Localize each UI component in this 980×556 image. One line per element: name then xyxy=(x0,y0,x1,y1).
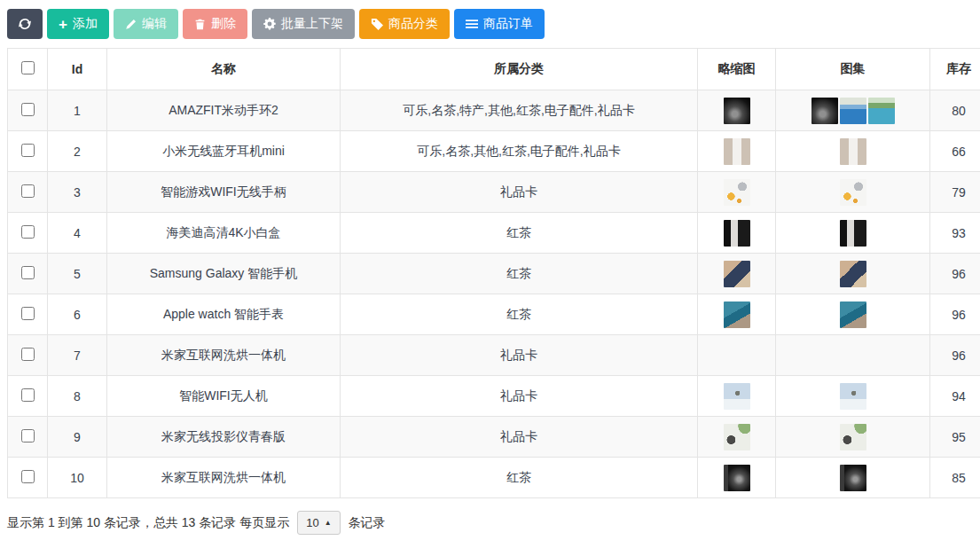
product-image-thumbnail[interactable] xyxy=(840,138,866,165)
product-image-thumbnail[interactable] xyxy=(840,424,866,450)
product-image-thumbnail[interactable] xyxy=(724,261,750,287)
product-category-button[interactable]: 商品分类 xyxy=(359,9,450,39)
thumbnail-cell xyxy=(698,417,776,458)
edit-button-label: 编辑 xyxy=(142,16,167,32)
product-image-thumbnail[interactable] xyxy=(724,138,750,165)
row-select-cell xyxy=(8,294,48,335)
gallery-cell xyxy=(776,90,930,131)
name-cell: 海美迪高清4K小白盒 xyxy=(107,213,341,254)
toolbar: + 添加 编辑 删除 批量上下架 商品分类 xyxy=(7,9,973,39)
stock-cell: 80 xyxy=(930,90,980,131)
id-cell: 8 xyxy=(48,376,107,417)
table-row: 3智能游戏WIFI无线手柄礼品卡79 xyxy=(8,172,980,213)
add-button[interactable]: + 添加 xyxy=(47,9,109,39)
row-checkbox[interactable] xyxy=(21,184,35,198)
name-cell: 小米无线蓝牙耳机mini xyxy=(107,131,341,172)
id-cell: 7 xyxy=(48,335,107,376)
category-cell: 礼品卡 xyxy=(341,376,698,417)
page-size-select[interactable]: 10 ▲ xyxy=(297,511,340,535)
category-cell: 红茶 xyxy=(341,458,698,498)
gallery-cell xyxy=(776,254,930,294)
id-cell: 5 xyxy=(48,254,107,294)
name-cell: AMAZFIT米动手环2 xyxy=(107,90,341,131)
category-cell: 礼品卡 xyxy=(341,417,698,458)
name-cell: Apple watch 智能手表 xyxy=(107,294,341,335)
category-cell: 礼品卡 xyxy=(341,172,698,213)
product-image-thumbnail[interactable] xyxy=(724,301,750,328)
category-cell: 红茶 xyxy=(341,213,698,254)
tag-icon xyxy=(371,18,383,30)
row-checkbox[interactable] xyxy=(21,388,35,402)
product-image-thumbnail[interactable] xyxy=(840,383,866,410)
row-checkbox[interactable] xyxy=(21,470,35,483)
product-image-thumbnail[interactable] xyxy=(724,424,750,450)
category-cell: 红茶 xyxy=(341,294,698,335)
delete-button[interactable]: 删除 xyxy=(183,9,247,39)
id-cell: 6 xyxy=(48,294,107,335)
category-cell: 可乐,名茶,特产,其他,红茶,电子配件,礼品卡 xyxy=(341,90,698,131)
table-header-row: Id 名称 所属分类 略缩图 图集 库存 xyxy=(8,49,980,90)
row-checkbox[interactable] xyxy=(21,266,35,279)
stock-cell: 96 xyxy=(930,294,980,335)
gallery-cell xyxy=(776,172,930,213)
batch-onoff-label: 批量上下架 xyxy=(281,16,343,32)
product-image-thumbnail[interactable] xyxy=(840,98,866,124)
stock-cell: 93 xyxy=(930,213,980,254)
product-image-thumbnail[interactable] xyxy=(840,261,866,287)
product-image-thumbnail[interactable] xyxy=(724,98,750,124)
gallery-cell xyxy=(776,294,930,335)
id-cell: 1 xyxy=(48,90,107,131)
name-cell: 米家无线投影仪青春版 xyxy=(107,417,341,458)
category-cell: 礼品卡 xyxy=(341,335,698,376)
id-cell: 3 xyxy=(48,172,107,213)
row-checkbox[interactable] xyxy=(21,103,35,116)
gallery-cell xyxy=(776,376,930,417)
pagination-bar: 显示第 1 到第 10 条记录，总共 13 条记录 每页显示 10 ▲ 条记录 xyxy=(7,511,973,549)
row-checkbox[interactable] xyxy=(21,348,35,361)
stock-cell: 95 xyxy=(930,417,980,458)
product-image-thumbnail[interactable] xyxy=(840,465,866,491)
batch-onoff-button[interactable]: 批量上下架 xyxy=(252,9,355,39)
product-orders-button[interactable]: 商品订单 xyxy=(454,9,545,39)
thumbnail-cell xyxy=(698,254,776,294)
edit-button[interactable]: 编辑 xyxy=(114,9,178,39)
row-select-cell xyxy=(8,458,48,498)
row-checkbox[interactable] xyxy=(21,307,35,320)
product-image-thumbnail[interactable] xyxy=(724,220,750,247)
select-all-checkbox[interactable] xyxy=(21,61,35,74)
product-image-thumbnail[interactable] xyxy=(724,179,750,206)
refresh-button[interactable] xyxy=(7,9,43,39)
product-admin-page: + 添加 编辑 删除 批量上下架 商品分类 xyxy=(0,0,980,549)
id-cell: 2 xyxy=(48,131,107,172)
table-row: 4海美迪高清4K小白盒红茶93 xyxy=(8,213,980,254)
gallery-cell xyxy=(776,417,930,458)
pencil-icon xyxy=(125,19,137,30)
product-image-thumbnail[interactable] xyxy=(868,98,895,124)
row-checkbox[interactable] xyxy=(21,144,35,157)
row-select-cell xyxy=(8,131,48,172)
product-image-thumbnail[interactable] xyxy=(840,220,866,247)
column-header-name: 名称 xyxy=(107,49,341,90)
id-cell: 10 xyxy=(48,458,107,498)
name-cell: 米家互联网洗烘一体机 xyxy=(107,458,341,498)
product-image-thumbnail[interactable] xyxy=(724,383,750,410)
pagination-summary: 显示第 1 到第 10 条记录，总共 13 条记录 每页显示 xyxy=(7,515,289,531)
product-image-thumbnail[interactable] xyxy=(724,465,750,491)
row-select-cell xyxy=(8,335,48,376)
stock-cell: 96 xyxy=(930,335,980,376)
row-select-cell xyxy=(8,90,48,131)
delete-button-label: 删除 xyxy=(211,16,236,32)
product-image-thumbnail[interactable] xyxy=(811,98,838,124)
stock-cell: 85 xyxy=(930,458,980,498)
row-checkbox[interactable] xyxy=(21,429,35,442)
caret-up-icon: ▲ xyxy=(325,520,332,527)
product-image-thumbnail[interactable] xyxy=(840,179,866,206)
row-select-cell xyxy=(8,172,48,213)
gear-icon xyxy=(263,18,276,30)
trash-icon xyxy=(194,19,206,30)
product-image-thumbnail[interactable] xyxy=(840,301,866,328)
row-checkbox[interactable] xyxy=(21,225,35,239)
column-header-id: Id xyxy=(48,49,107,90)
refresh-icon xyxy=(19,18,31,30)
table-row: 1AMAZFIT米动手环2可乐,名茶,特产,其他,红茶,电子配件,礼品卡80 xyxy=(8,90,980,131)
